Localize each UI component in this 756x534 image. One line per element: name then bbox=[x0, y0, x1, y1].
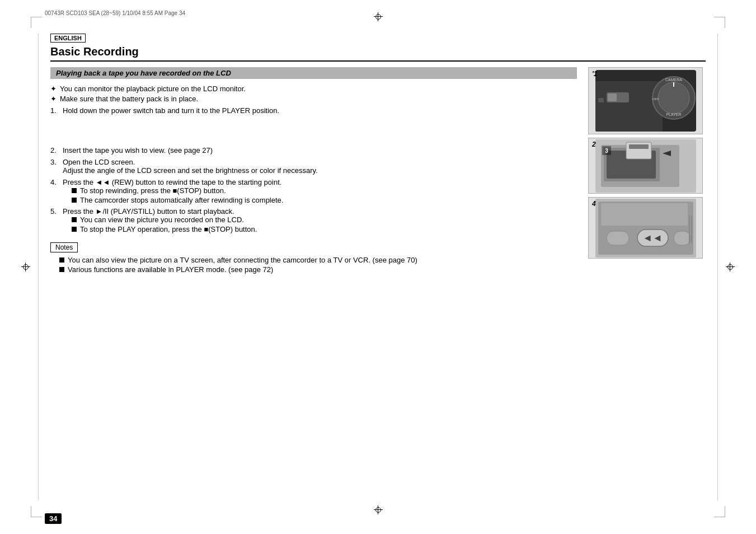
step-4-bullet-1-text: To stop rewinding, press the ■(STOP) but… bbox=[80, 186, 226, 195]
right-margin-line bbox=[717, 34, 718, 500]
svg-point-3 bbox=[658, 82, 689, 114]
step-4-main: Press the ◄◄ (REW) button to rewind the … bbox=[63, 178, 577, 186]
note-2-text: Various functions are available in PLAYE… bbox=[68, 265, 273, 274]
print-header: 00743R SCD103 SEA (28~59) 1/10/04 8:55 A… bbox=[45, 10, 185, 16]
cross-bullet-2: ✦ Make sure that the battery pack is in … bbox=[50, 95, 577, 103]
svg-text:CAMERA: CAMERA bbox=[665, 78, 682, 82]
subsection-bar: Playing back a tape you have recorded on… bbox=[50, 67, 577, 79]
left-margin-line bbox=[38, 34, 39, 500]
image-1-label: '1 bbox=[592, 70, 598, 78]
corner-mark-br bbox=[714, 506, 725, 517]
step-5-bullet-1-text: You can view the picture you recorded on… bbox=[80, 216, 244, 224]
step-2-num: 2. bbox=[50, 146, 63, 154]
cross-bullet-1: ✦ You can monitor the playback picture o… bbox=[50, 85, 577, 93]
cross-icon-1: ✦ bbox=[50, 85, 57, 93]
sq-icon-4 bbox=[72, 227, 77, 232]
sq-icon-1 bbox=[72, 188, 77, 193]
svg-text:3: 3 bbox=[605, 148, 608, 154]
camera-dial-svg: CAMERA PLAYER OFF bbox=[595, 70, 696, 132]
tape-insertion-svg: 3 bbox=[595, 139, 696, 193]
sq-icon-5 bbox=[59, 257, 64, 263]
camera-image-2: 2 3 bbox=[588, 138, 703, 194]
step-1-content: Hold down the power switch tab and turn … bbox=[63, 106, 577, 115]
image-4-label: 4 bbox=[592, 200, 596, 208]
corner-mark-bl bbox=[31, 506, 42, 517]
step-3: 3. Open the LCD screen. Adjust the angle… bbox=[50, 158, 577, 175]
sq-icon-2 bbox=[72, 198, 77, 203]
step-4-content: Press the ◄◄ (REW) button to rewind the … bbox=[63, 178, 577, 205]
reg-mark-top bbox=[374, 12, 383, 21]
svg-rect-26 bbox=[674, 231, 691, 245]
cross-icon-2: ✦ bbox=[50, 95, 57, 103]
step-3-num: 3. bbox=[50, 158, 63, 175]
step-5-bullet-2-text: To stop the PLAY operation, press the ■(… bbox=[80, 225, 257, 233]
step-4-bullet-1: To stop rewinding, press the ■(STOP) but… bbox=[72, 186, 577, 195]
svg-rect-9 bbox=[608, 93, 617, 101]
svg-text:PLAYER: PLAYER bbox=[666, 113, 681, 116]
reg-mark-right bbox=[726, 263, 735, 271]
step-3-sub: Adjust the angle of the LCD screen and s… bbox=[63, 166, 577, 175]
step-4-num: 4. bbox=[50, 178, 63, 205]
step-2: 2. Insert the tape you wish to view. (se… bbox=[50, 146, 577, 154]
note-1-text: You can also view the picture on a TV sc… bbox=[68, 256, 417, 264]
corner-mark-tr bbox=[714, 17, 725, 28]
cross-bullet-text-2: Make sure that the battery pack is in pl… bbox=[60, 95, 198, 103]
left-column: Playing back a tape you have recorded on… bbox=[50, 67, 577, 275]
step-1-text: Hold down the power switch tab and turn … bbox=[63, 106, 279, 115]
camera-image-1: '1 CAMERA PLAYER OFF bbox=[588, 67, 703, 134]
step-2-text: Insert the tape you wish to view. (see p… bbox=[63, 146, 213, 154]
cross-bullet-text-1: You can monitor the playback picture on … bbox=[60, 85, 246, 93]
camera-image-4: 4 ◄◄ bbox=[588, 197, 703, 259]
step-5-bullet-2: To stop the PLAY operation, press the ■(… bbox=[72, 225, 577, 233]
reg-mark-bottom bbox=[374, 505, 383, 514]
sq-icon-3 bbox=[72, 217, 77, 222]
svg-text:◄◄: ◄◄ bbox=[642, 232, 663, 243]
step-5: 5. Press the ►/II (PLAY/STILL) button to… bbox=[50, 207, 577, 235]
notes-label-box: Notes bbox=[50, 242, 78, 252]
print-header-text: 00743R SCD103 SEA (28~59) 1/10/04 8:55 A… bbox=[45, 10, 185, 16]
step-2-content: Insert the tape you wish to view. (see p… bbox=[63, 146, 577, 154]
spacer-1 bbox=[50, 118, 577, 146]
page-number: 34 bbox=[45, 513, 62, 524]
step-1-num: 1. bbox=[50, 106, 63, 115]
step-3-main: Open the LCD screen. bbox=[63, 158, 577, 166]
language-badge: ENGLISH bbox=[50, 34, 86, 43]
reg-mark-left bbox=[21, 263, 30, 271]
step-5-num: 5. bbox=[50, 207, 63, 235]
step-4-bullet-2: The camcorder stops automatically after … bbox=[72, 196, 577, 204]
page-number-area: 34 bbox=[45, 514, 62, 523]
image-2-label: 2 bbox=[592, 140, 596, 148]
svg-text:OFF: OFF bbox=[652, 97, 659, 101]
main-layout: Playing back a tape you have recorded on… bbox=[50, 67, 706, 275]
svg-rect-16 bbox=[629, 144, 649, 149]
section-title: Basic Recording bbox=[50, 45, 706, 62]
note-1: You can also view the picture on a TV sc… bbox=[59, 256, 577, 264]
note-2: Various functions are available in PLAYE… bbox=[59, 265, 577, 274]
rewind-button-svg: ◄◄ bbox=[595, 199, 696, 257]
right-column-images: '1 CAMERA PLAYER OFF bbox=[588, 67, 706, 275]
step-5-content: Press the ►/II (PLAY/STILL) button to st… bbox=[63, 207, 577, 235]
step-4: 4. Press the ◄◄ (REW) button to rewind t… bbox=[50, 178, 577, 205]
svg-rect-22 bbox=[601, 203, 688, 226]
step-5-main: Press the ►/II (PLAY/STILL) button to st… bbox=[63, 207, 577, 216]
svg-rect-25 bbox=[607, 231, 629, 245]
svg-rect-10 bbox=[598, 98, 604, 102]
step-4-bullet-2-text: The camcorder stops automatically after … bbox=[80, 196, 283, 204]
step-5-bullet-1: You can view the picture you recorded on… bbox=[72, 216, 577, 224]
corner-mark-tl bbox=[31, 17, 42, 28]
content-area: ENGLISH Basic Recording Playing back a t… bbox=[50, 34, 706, 500]
step-3-content: Open the LCD screen. Adjust the angle of… bbox=[63, 158, 577, 175]
step-1: 1. Hold down the power switch tab and tu… bbox=[50, 106, 577, 115]
sq-icon-6 bbox=[59, 267, 64, 272]
svg-rect-1 bbox=[595, 81, 663, 132]
